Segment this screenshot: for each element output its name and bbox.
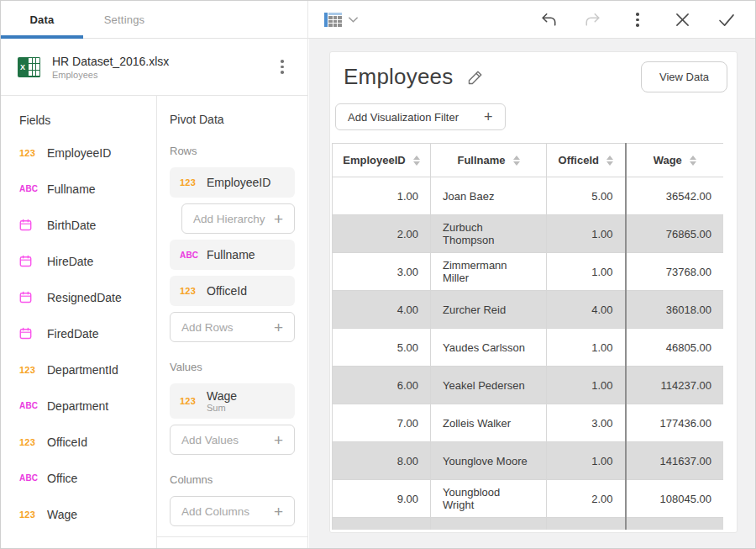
close-button[interactable] [674, 12, 690, 29]
table-cell: 36018.00 [626, 291, 724, 329]
field-label: Fullname [47, 182, 96, 196]
table-cell: 73768.00 [626, 253, 724, 291]
sort-icon[interactable] [513, 156, 520, 166]
edit-title-button[interactable] [466, 68, 485, 87]
top-bar: Data Settings [1, 1, 755, 39]
data-panel: X HR Dataset_2016.xlsx Employees Fields … [1, 39, 308, 548]
visualization-type-picker[interactable] [324, 13, 359, 27]
table-cell: Zimmermann Miller [431, 253, 547, 291]
rows-drop-area: 123EmployeeIDAdd Hierarchy+ABCFullname12… [170, 167, 295, 306]
rows-section-label: Rows [170, 145, 295, 157]
date-field-icon [19, 291, 38, 304]
field-item-fullname[interactable]: ABCFullname [19, 171, 156, 207]
field-item-office[interactable]: ABCOffice [19, 460, 156, 496]
check-icon [718, 13, 735, 27]
text-field-icon: ABC [19, 473, 38, 483]
field-item-wage[interactable]: 123Wage [19, 496, 156, 532]
table-cell [626, 518, 724, 531]
datasource-sheet-name: Employees [52, 70, 169, 80]
tab-data-label: Data [30, 13, 55, 26]
table-cell: 4.00 [333, 291, 431, 329]
tab-data[interactable]: Data [1, 1, 83, 39]
pivot-data-panel: Pivot Data Rows 123EmployeeIDAdd Hierarc… [157, 96, 307, 548]
table-cell [547, 518, 626, 531]
table-cell: 7.00 [333, 404, 431, 442]
plus-icon: + [274, 319, 283, 335]
field-item-fireddate[interactable]: FiredDate [19, 315, 156, 351]
sort-icon[interactable] [606, 156, 613, 166]
table-cell: 2.00 [333, 215, 431, 253]
datasource-options-button[interactable] [274, 59, 291, 76]
columns-section-label: Columns [170, 473, 295, 486]
sort-icon[interactable] [413, 156, 420, 166]
excel-file-icon: X [18, 57, 40, 77]
more-options-button[interactable] [629, 12, 646, 29]
pivot-data-header: Pivot Data [170, 113, 295, 126]
value-chip-wage[interactable]: 123WageSum [170, 383, 295, 419]
add-rows-button[interactable]: Add Rows + [170, 312, 295, 342]
field-label: Office [47, 472, 77, 485]
values-section-label: Values [170, 361, 295, 373]
field-item-officeid[interactable]: 123OfficeId [19, 424, 156, 460]
view-data-button[interactable]: View Data [641, 61, 727, 92]
field-item-employeeid[interactable]: 123EmployeeID [19, 135, 156, 171]
fields-panel: Fields 123EmployeeIDABCFullnameBirthDate… [1, 96, 157, 548]
field-label: EmployeeID [47, 146, 111, 160]
table-cell [431, 518, 547, 531]
add-values-button[interactable]: Add Values + [170, 425, 295, 455]
table-row: 6.00Yeakel Pedersen1.00114237.00 [333, 367, 724, 404]
field-item-resigneddate[interactable]: ResignedDate [19, 279, 156, 315]
redo-button[interactable] [585, 12, 601, 29]
table-cell: Yaudes Carlsson [431, 329, 547, 367]
kebab-icon [281, 60, 284, 74]
editor-tabs: Data Settings [1, 1, 308, 39]
confirm-button[interactable] [718, 12, 735, 29]
table-cell: 1.00 [547, 367, 626, 404]
kebab-icon [636, 13, 639, 27]
table-cell: 76865.00 [626, 215, 724, 253]
row-chip-officeid[interactable]: 123OfficeId [170, 276, 295, 306]
field-item-hiredate[interactable]: HireDate [19, 243, 156, 279]
table-cell: Youngblood Wright [431, 480, 547, 518]
chip-label: Fullname [207, 248, 255, 261]
fields-list: 123EmployeeIDABCFullnameBirthDateHireDat… [19, 135, 156, 532]
table-row: 2.00Zurbuch Thompson1.0076865.00 [333, 215, 724, 253]
tab-settings[interactable]: Settings [83, 1, 165, 39]
table-row: 1.00Joan Baez5.0036542.00 [333, 177, 724, 215]
column-header-fullname[interactable]: Fullname [431, 144, 547, 177]
field-item-department[interactable]: ABCDepartment [19, 388, 156, 424]
field-item-departmentid[interactable]: 123DepartmentId [19, 351, 156, 388]
pivot-table-container: EmployeeIDFullnameOfficeIdWage 1.00Joan … [332, 143, 723, 530]
field-item-birthdate[interactable]: BirthDate [19, 207, 156, 243]
table-cell: 177436.00 [626, 404, 724, 442]
table-cell: 8.00 [333, 442, 431, 480]
plus-icon: + [274, 432, 283, 448]
column-header-wage[interactable]: Wage [626, 144, 724, 177]
field-label: Department [47, 399, 108, 413]
text-field-icon: ABC [19, 401, 38, 410]
section-divider [157, 536, 307, 537]
field-label: BirthDate [47, 219, 96, 232]
table-cell: 1.00 [333, 177, 431, 215]
plus-icon: + [274, 211, 283, 227]
add-columns-button[interactable]: Add Columns + [170, 496, 295, 526]
row-chip-fullname[interactable]: ABCFullname [170, 240, 295, 270]
sort-icon[interactable] [690, 156, 696, 166]
field-label: DepartmentId [47, 363, 118, 377]
column-header-label: Wage [654, 154, 682, 166]
column-header-label: Fullname [457, 154, 505, 166]
toolbar [309, 1, 755, 39]
field-label: ResignedDate [47, 291, 122, 304]
table-cell: 5.00 [333, 329, 431, 367]
table-row: 8.00Younglove Moore1.00141637.00 [333, 442, 724, 480]
add-visualization-filter-button[interactable]: Add Visualization Filter + [335, 103, 506, 130]
undo-button[interactable] [540, 12, 557, 29]
column-header-officeid[interactable]: OfficeId [547, 144, 626, 177]
table-cell: Younglove Moore [431, 442, 547, 480]
add-hierarchy-label: Add Hierarchy [193, 213, 265, 225]
field-label: OfficeId [47, 436, 87, 449]
row-chip-employeeid[interactable]: 123EmployeeID [170, 167, 295, 198]
visualization-editor-window: Data Settings [0, 0, 756, 549]
column-header-employeeid[interactable]: EmployeeID [333, 144, 431, 177]
add-hierarchy-button[interactable]: Add Hierarchy+ [181, 203, 295, 234]
